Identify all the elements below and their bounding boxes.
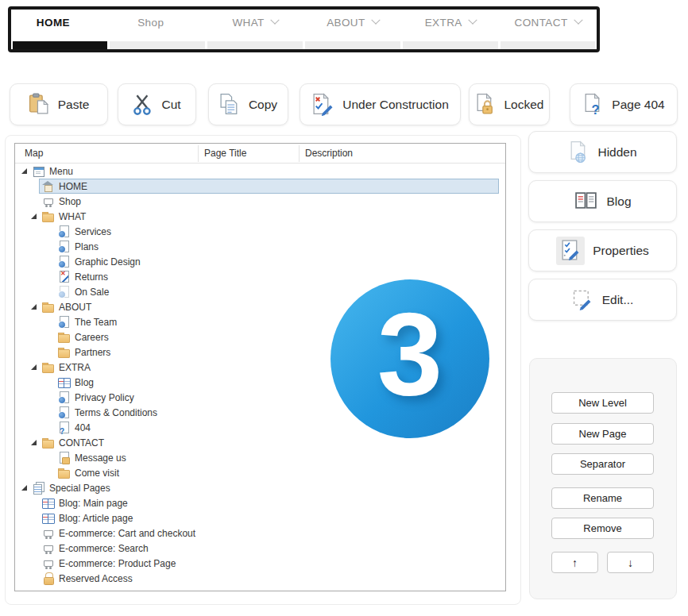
tree-row-label: Blog <box>75 377 94 388</box>
remove-button[interactable]: Remove <box>551 518 654 539</box>
nav-item[interactable]: ABOUT <box>303 10 401 49</box>
nav-item[interactable]: WHAT <box>207 10 304 49</box>
cart-icon <box>42 542 54 554</box>
nav-item[interactable]: EXTRA <box>401 10 499 49</box>
column-header-map: Map <box>25 148 43 159</box>
tree-row[interactable]: Blog: Main page <box>15 495 505 510</box>
new-level-button[interactable]: New Level <box>551 392 654 414</box>
rename-button[interactable]: Rename <box>551 487 654 509</box>
book-icon <box>58 376 70 388</box>
hidden-button[interactable]: Hidden <box>528 131 677 173</box>
hidden-page-icon <box>568 141 589 164</box>
tree-row-content: Graphic Design <box>55 254 499 269</box>
page-404-button[interactable]: ? Page 404 <box>570 83 678 125</box>
tree-row-content: Special Pages <box>29 480 499 495</box>
locked-button[interactable]: Locked <box>469 83 550 125</box>
nav-label-row: CONTACT <box>499 10 597 41</box>
lock-icon <box>42 572 54 584</box>
nav-item[interactable]: CONTACT <box>499 10 597 49</box>
page-globe-faded-icon <box>58 286 70 298</box>
tree-row[interactable]: Services <box>15 224 505 239</box>
folder-icon <box>42 437 54 449</box>
tree-row-label: ABOUT <box>59 302 91 313</box>
new-page-button[interactable]: New Page <box>551 423 654 445</box>
column-separator[interactable] <box>198 145 199 162</box>
nav-item[interactable]: HOME <box>11 10 109 49</box>
tree-row-label: Careers <box>75 332 109 343</box>
edit-button[interactable]: Edit... <box>528 279 677 321</box>
paste-button[interactable]: Paste <box>10 83 108 125</box>
tree-row[interactable]: Blog: Article page <box>15 510 505 526</box>
tree-row[interactable]: Menu <box>15 164 505 179</box>
expand-arrow-icon[interactable] <box>31 440 37 445</box>
copy-label: Copy <box>249 98 277 112</box>
cut-label: Cut <box>161 98 180 112</box>
site-menu-preview: HOME Shop WHAT <box>8 6 600 52</box>
nav-underline-bar <box>305 41 400 49</box>
tree-row[interactable]: Reserved Access <box>15 571 505 586</box>
tree-row-label: Blog: Article page <box>59 513 133 524</box>
folder-icon <box>58 467 70 479</box>
properties-button[interactable]: Properties <box>528 229 677 271</box>
tree-row-content: CONTACT <box>39 435 499 450</box>
edit-pencil-icon <box>572 289 594 311</box>
nav-underline-bar <box>403 41 498 49</box>
tree-row-label: Graphic Design <box>75 256 141 268</box>
move-down-button[interactable]: ↓ <box>607 552 654 573</box>
tree-row[interactable]: E-commerce: Search <box>15 541 505 556</box>
page-globe-icon <box>58 241 70 252</box>
paste-icon <box>29 93 50 116</box>
column-separator[interactable] <box>299 145 300 162</box>
tree-row-label: WHAT <box>59 211 86 222</box>
page-404-icon <box>58 422 70 433</box>
folder-icon <box>42 361 54 373</box>
tree-row-label: E-commerce: Product Page <box>59 558 176 569</box>
tree-row-label: Reserved Access <box>59 573 133 584</box>
cart-icon <box>42 527 54 539</box>
tree-row[interactable]: HOME <box>15 179 505 194</box>
tree-row[interactable]: Come visit <box>15 465 505 480</box>
tree-header: Map Page Title Description <box>15 144 505 164</box>
nav-label-row: ABOUT <box>303 10 401 41</box>
expand-arrow-icon[interactable] <box>31 364 37 370</box>
expand-arrow-icon[interactable] <box>21 485 27 491</box>
tree-row-label: E-commerce: Search <box>59 543 149 554</box>
under-construction-button[interactable]: Under Construction <box>300 83 461 125</box>
tree-row-content: HOME <box>39 179 499 194</box>
column-header-description: Description <box>305 148 353 159</box>
tree-row[interactable]: Graphic Design <box>15 254 505 269</box>
tree-row-content: Message us <box>55 450 499 465</box>
tree-row[interactable]: E-commerce: Cart and checkout <box>15 526 505 541</box>
tree-row[interactable]: Shop <box>15 194 505 209</box>
copy-button[interactable]: Copy <box>208 83 288 125</box>
tree-row[interactable]: Plans <box>15 239 505 254</box>
properties-icon <box>560 239 582 262</box>
tree-row[interactable]: E-commerce: Product Page <box>15 556 505 571</box>
step-badge: 3 <box>330 279 489 438</box>
tree-row-content: WHAT <box>39 209 499 224</box>
tree-row[interactable]: WHAT <box>15 209 505 224</box>
nav-underline-bar <box>13 41 108 49</box>
tree-row-label: Special Pages <box>49 483 110 494</box>
cut-button[interactable]: Cut <box>118 83 196 125</box>
tree-row-label: Message us <box>75 452 126 464</box>
tree-row-label: 404 <box>75 422 91 433</box>
tree-row[interactable]: CONTACT <box>15 435 505 450</box>
cart-icon <box>42 557 54 569</box>
nav-item[interactable]: Shop <box>109 10 207 49</box>
tree-row-content: Services <box>55 224 499 239</box>
tree-row[interactable]: Message us <box>15 450 505 465</box>
nav-label-row: Shop <box>109 10 207 41</box>
expand-arrow-icon[interactable] <box>31 304 37 310</box>
expand-arrow-icon[interactable] <box>21 168 27 174</box>
move-up-button[interactable]: ↑ <box>551 552 598 573</box>
tree-row-content: Menu <box>29 164 499 179</box>
blog-button[interactable]: Blog <box>528 180 677 222</box>
blog-book-icon <box>574 191 598 212</box>
separator-button[interactable]: Separator <box>551 453 654 475</box>
expand-arrow-icon[interactable] <box>31 214 37 219</box>
tree-row-label: Blog: Main page <box>59 498 128 509</box>
nav-item-label: WHAT <box>232 17 264 29</box>
tree-row[interactable]: Special Pages <box>15 480 505 495</box>
nav-label-row: EXTRA <box>401 10 499 41</box>
